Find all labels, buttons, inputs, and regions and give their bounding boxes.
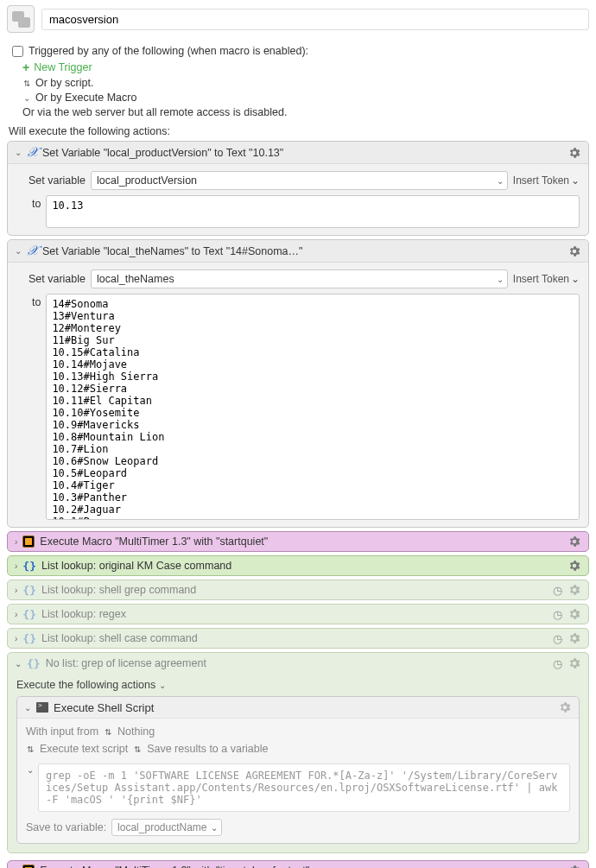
clock-icon: ◷	[553, 632, 562, 645]
macro-square-icon	[22, 535, 35, 548]
insert-token-button[interactable]: Insert Token⌄	[513, 273, 580, 285]
plus-icon[interactable]: +	[22, 60, 29, 74]
shell-script-text[interactable]: grep -oE -m 1 'SOFTWARE LICENSE AGREEMEN…	[38, 763, 570, 812]
gear-icon[interactable]	[567, 146, 581, 160]
gear-icon[interactable]	[567, 559, 581, 573]
chevron-down-icon[interactable]: ⌄	[26, 760, 35, 819]
updown-icon[interactable]: ⇅	[26, 744, 35, 754]
gear-icon[interactable]	[558, 700, 572, 714]
or-execute-label: Or by Execute Macro	[35, 92, 136, 104]
action-list-lookup-km[interactable]: › {} List lookup: original KM Case comma…	[7, 555, 589, 576]
chevron-right-icon[interactable]: ›	[15, 610, 17, 619]
action-title: Set Variable "local_theNames" to Text "1…	[42, 245, 562, 257]
chevron-right-icon[interactable]: ›	[15, 634, 17, 643]
execute-text-script-label: Execute text script	[40, 743, 128, 755]
updown-icon: ⇅	[22, 79, 31, 88]
action-set-variable-2: ⌄ 𝒳 Set Variable "local_theNames" to Tex…	[7, 239, 589, 528]
gear-icon[interactable]	[567, 535, 581, 548]
set-variable-label: Set variable	[16, 273, 86, 285]
chevron-right-icon[interactable]: ›	[15, 561, 17, 571]
gear-icon[interactable]	[567, 656, 581, 670]
chevron-right-icon[interactable]: ›	[15, 586, 17, 595]
action-title: Set Variable "local_productVersion" to T…	[42, 147, 562, 159]
save-variable-select[interactable]: local_productName ⌄	[111, 819, 221, 836]
braces-icon: {}	[22, 632, 36, 645]
terminal-icon	[36, 702, 48, 713]
braces-icon: {}	[22, 608, 36, 621]
gear-icon[interactable]	[567, 607, 581, 621]
insert-token-button[interactable]: Insert Token⌄	[513, 174, 580, 187]
to-label: to	[16, 294, 41, 308]
gear-icon[interactable]	[567, 583, 581, 597]
chevron-down-icon: ⌄	[497, 275, 504, 284]
braces-icon: {}	[22, 560, 36, 573]
execute-following-label: Execute the following actions	[16, 679, 155, 691]
macro-name-input[interactable]	[41, 9, 589, 30]
action-no-list-grep: ⌄ {} No list: grep of license agreement …	[7, 652, 589, 853]
variable-x-icon: 𝒳	[27, 244, 37, 258]
macro-square-icon	[22, 865, 35, 868]
braces-icon: {}	[22, 584, 36, 597]
gear-icon[interactable]	[567, 244, 581, 258]
chevron-down-icon[interactable]: ⌄	[159, 681, 166, 690]
to-label: to	[16, 195, 41, 210]
updown-icon[interactable]: ⇅	[104, 727, 112, 737]
action-set-variable-1: ⌄ 𝒳 Set Variable "local_productVersion" …	[7, 141, 589, 236]
set-variable-label: Set variable	[16, 174, 86, 187]
disclosure-toggle[interactable]: ⌄	[15, 148, 22, 157]
disclosure-toggle[interactable]: ⌄	[15, 246, 22, 256]
disclosure-toggle[interactable]: ⌄	[15, 659, 22, 668]
input-source-value: Nothing	[117, 725, 155, 738]
gear-icon[interactable]	[567, 864, 581, 868]
chevron-down-icon: ⌄	[497, 176, 504, 186]
value-textarea[interactable]	[46, 294, 580, 520]
action-list-lookup-grep[interactable]: › {} List lookup: shell grep command ◷	[7, 580, 589, 600]
save-results-label: Save results to a variable	[147, 743, 268, 755]
clock-icon: ◷	[553, 657, 562, 670]
new-trigger-link[interactable]: New Trigger	[34, 61, 92, 73]
clock-icon: ◷	[553, 584, 562, 597]
macro-icon[interactable]	[7, 5, 35, 33]
or-script-label: Or by script.	[35, 77, 93, 89]
action-list-lookup-regex[interactable]: › {} List lookup: regex ◷	[7, 604, 589, 624]
value-textarea[interactable]	[46, 195, 580, 228]
or-web-label: Or via the web server but all remote acc…	[22, 106, 587, 118]
variable-name-select[interactable]: local_theNames ⌄	[91, 269, 508, 288]
action-execute-shell-script: ⌄ Execute Shell Script With input from ⇅…	[16, 696, 580, 844]
braces-icon: {}	[27, 657, 41, 670]
shell-script-title: Execute Shell Script	[54, 701, 553, 714]
save-to-variable-label: Save to variable:	[26, 821, 106, 833]
disclosure-toggle[interactable]: ⌄	[24, 703, 31, 713]
action-execute-macro-startquiet[interactable]: › Execute Macro "MultiTimer 1.3" with "s…	[7, 531, 589, 552]
exec-actions-label: Will execute the following actions:	[9, 125, 596, 137]
chevron-down-icon[interactable]: ⌄	[22, 93, 31, 103]
gear-icon[interactable]	[567, 631, 581, 645]
triggered-checkbox[interactable]	[12, 46, 23, 57]
updown-icon[interactable]: ⇅	[133, 744, 142, 754]
triggered-label: Triggered by any of the following (when …	[29, 45, 308, 57]
action-execute-macro-timetaken[interactable]: › Execute Macro "MultiTimer 1.3" with "t…	[7, 860, 589, 868]
clock-icon: ◷	[553, 608, 562, 621]
variable-name-select[interactable]: local_productVersion ⌄	[91, 171, 508, 190]
chevron-right-icon[interactable]: ›	[15, 537, 17, 547]
chevron-down-icon: ⌄	[211, 823, 218, 833]
action-list-lookup-shellcase[interactable]: › {} List lookup: shell case command ◷	[7, 628, 589, 649]
variable-x-icon: 𝒳	[27, 145, 37, 160]
action-title: No list: grep of license agreement	[46, 657, 548, 669]
with-input-label: With input from	[26, 725, 98, 738]
